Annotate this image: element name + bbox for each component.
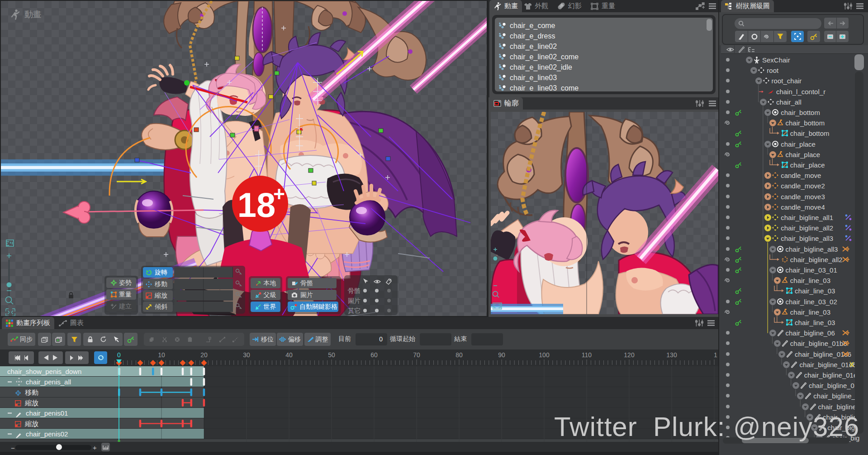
svg-text:60: 60 (370, 351, 378, 359)
svg-text:110: 110 (582, 351, 592, 359)
svg-text:0: 0 (117, 351, 121, 359)
svg-text:chair_show_penis_down: chair_show_penis_down (7, 368, 81, 375)
svg-text:70: 70 (413, 351, 420, 359)
svg-text:18: 18 (237, 186, 276, 224)
svg-text:縮放: 縮放 (25, 399, 38, 407)
svg-text:130: 130 (666, 351, 677, 359)
svg-text:+: + (273, 183, 285, 205)
svg-text:120: 120 (624, 351, 635, 359)
svg-text:chair_penis_all: chair_penis_all (26, 378, 71, 386)
svg-text:1: 1 (714, 351, 717, 359)
svg-text:80: 80 (455, 351, 463, 359)
svg-text:100: 100 (539, 351, 550, 359)
svg-text:20: 20 (200, 351, 208, 359)
svg-text:chair_penis02: chair_penis02 (26, 430, 68, 438)
svg-text:40: 40 (285, 351, 293, 359)
svg-text:chair_penis01: chair_penis01 (26, 409, 68, 417)
svg-text:50: 50 (328, 351, 335, 359)
svg-text:30: 30 (243, 351, 250, 359)
svg-text:移動: 移動 (25, 388, 38, 396)
svg-text:10: 10 (158, 351, 165, 359)
svg-text:縮放: 縮放 (25, 420, 38, 427)
svg-text:90: 90 (498, 351, 505, 359)
